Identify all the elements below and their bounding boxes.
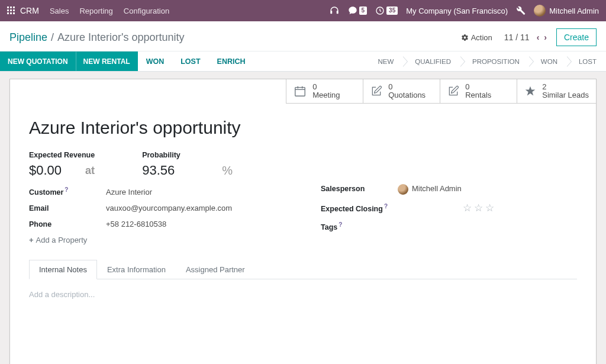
expected-revenue-value[interactable]: $0.00	[29, 163, 62, 178]
stage-proposition[interactable]: PROPOSITION	[460, 51, 529, 71]
svg-rect-0	[7, 7, 9, 8]
star-outline-icon[interactable]: ☆	[463, 202, 472, 214]
description-input[interactable]: Add a description...	[29, 290, 577, 299]
salesperson-value[interactable]: Mitchell Admin	[398, 184, 462, 195]
edit-icon	[370, 85, 382, 97]
expected-revenue-label: Expected Revenue	[29, 151, 95, 159]
star-outline-icon[interactable]: ☆	[474, 202, 483, 214]
messages-badge: 5	[359, 7, 368, 15]
svg-rect-4	[10, 9, 12, 11]
stat-similar-leads[interactable]: 2 Similar Leads	[517, 79, 596, 104]
button-bar: NEW QUOTATION NEW RENTAL WON LOST ENRICH…	[0, 51, 606, 72]
pager-arrows: ‹ ›	[537, 33, 547, 42]
revenue-at: at	[85, 165, 95, 177]
breadcrumb-root[interactable]: Pipeline	[9, 31, 47, 44]
svg-rect-9	[330, 11, 332, 14]
svg-rect-5	[13, 9, 15, 11]
user-name: Mitchell Admin	[549, 7, 599, 15]
tab-extra-information[interactable]: Extra Information	[97, 260, 176, 279]
new-quotation-button[interactable]: NEW QUOTATION	[0, 51, 76, 71]
tab-content: Add a description...	[10, 279, 596, 310]
action-menu[interactable]: Action	[461, 33, 492, 42]
user-menu[interactable]: Mitchell Admin	[534, 5, 599, 17]
email-label: Email	[29, 204, 106, 212]
activities-badge: 35	[386, 7, 398, 15]
stage-new[interactable]: NEW	[366, 51, 403, 71]
lost-button[interactable]: LOST	[172, 51, 208, 71]
percent-symbol: %	[222, 164, 233, 178]
avatar-icon	[534, 5, 546, 17]
probability-value[interactable]: 93.56	[142, 163, 175, 178]
gear-icon	[461, 34, 469, 41]
sheet-background: 0 Meeting 0 Quotations 0 Ren	[0, 72, 606, 364]
stat-rentals[interactable]: 0 Rentals	[440, 79, 517, 104]
stat-buttons: 0 Meeting 0 Quotations 0 Ren	[10, 79, 596, 104]
app-brand[interactable]: CRM	[20, 6, 39, 15]
record-title[interactable]: Azure Interior's opportunity	[29, 118, 577, 138]
menu-configuration[interactable]: Configuration	[124, 7, 169, 15]
star-outline-icon[interactable]: ☆	[485, 202, 494, 214]
probability-label: Probability	[142, 151, 233, 159]
customer-label: Customer?	[29, 186, 106, 197]
form-body: Azure Interior's opportunity Expected Re…	[10, 104, 596, 249]
svg-rect-6	[7, 12, 9, 14]
phone-label: Phone	[29, 220, 106, 228]
customer-value[interactable]: Azure Interior	[106, 188, 152, 197]
won-button[interactable]: WON	[138, 51, 173, 71]
calendar-icon	[294, 85, 307, 98]
salesperson-label: Salesperson	[321, 185, 398, 193]
stage-qualified[interactable]: QUALIFIED	[403, 51, 460, 71]
notebook-tabs: Internal Notes Extra Information Assigne…	[29, 260, 577, 279]
messages-icon[interactable]: 5	[348, 6, 368, 15]
debug-icon[interactable]	[516, 6, 526, 15]
company-switcher[interactable]: My Company (San Francisco)	[406, 7, 508, 15]
voip-icon[interactable]	[329, 5, 340, 16]
breadcrumb-current: Azure Interior's opportunity	[57, 31, 185, 44]
svg-rect-2	[13, 7, 15, 8]
plus-icon: +	[29, 236, 34, 244]
svg-rect-12	[295, 88, 305, 96]
tab-internal-notes[interactable]: Internal Notes	[29, 260, 97, 279]
add-property-button[interactable]: + Add a Property	[29, 236, 285, 244]
priority-stars[interactable]: ☆ ☆ ☆	[463, 202, 494, 214]
phone-value[interactable]: +58 212-6810538	[106, 220, 166, 228]
apps-icon[interactable]	[7, 7, 15, 15]
statusbar: NEW QUALIFIED PROPOSITION WON LOST	[366, 51, 606, 71]
new-rental-button[interactable]: NEW RENTAL	[76, 51, 138, 71]
edit-icon	[447, 85, 459, 97]
menu-reporting[interactable]: Reporting	[79, 7, 112, 15]
svg-rect-1	[10, 7, 12, 8]
help-icon[interactable]: ?	[65, 186, 68, 193]
pager-prev[interactable]: ‹	[537, 33, 540, 42]
svg-rect-10	[336, 11, 338, 14]
stage-lost[interactable]: LOST	[567, 51, 606, 71]
menu-sales[interactable]: Sales	[50, 7, 69, 15]
control-panel: Pipeline / Azure Interior's opportunity …	[0, 21, 606, 51]
pager-next[interactable]: ›	[544, 33, 547, 42]
enrich-button[interactable]: ENRICH	[209, 51, 254, 71]
stat-quotations[interactable]: 0 Quotations	[363, 79, 440, 104]
breadcrumb-sep: /	[51, 31, 54, 44]
form-sheet: 0 Meeting 0 Quotations 0 Ren	[9, 79, 597, 364]
create-button[interactable]: Create	[556, 28, 597, 46]
tags-label: Tags?	[321, 221, 398, 231]
avatar-icon	[398, 184, 408, 195]
help-icon[interactable]: ?	[339, 221, 342, 228]
expected-closing-label: Expected Closing?	[321, 203, 398, 213]
col-right: Salesperson Mitchell Admin Expected Clos…	[321, 151, 577, 244]
help-icon[interactable]: ?	[384, 203, 388, 210]
top-nav: CRM Sales Reporting Configuration 5 35 M…	[0, 0, 606, 21]
col-left: Expected Revenue $0.00 at Probability 93…	[29, 151, 285, 244]
svg-rect-7	[10, 12, 12, 14]
star-icon	[524, 85, 536, 97]
svg-rect-3	[7, 9, 9, 11]
stage-won[interactable]: WON	[529, 51, 567, 71]
activities-icon[interactable]: 35	[375, 6, 398, 15]
stat-meeting[interactable]: 0 Meeting	[286, 79, 363, 104]
svg-rect-8	[13, 12, 15, 14]
tab-assigned-partner[interactable]: Assigned Partner	[176, 260, 255, 279]
email-value[interactable]: vauxoo@yourcompany.example.com	[106, 204, 232, 212]
pager[interactable]: 11 / 11	[504, 33, 530, 42]
